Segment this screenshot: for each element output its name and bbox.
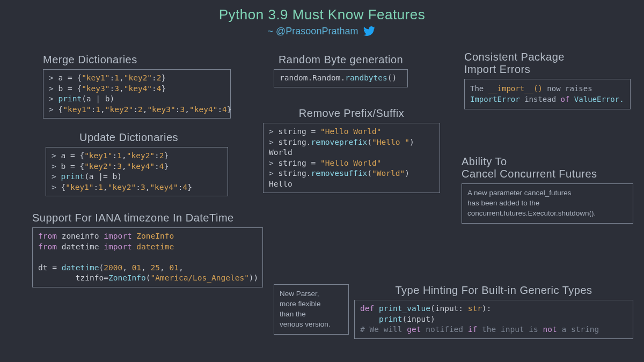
cancelcf-title: Ability ToCancel Concurrent Futures bbox=[462, 156, 633, 180]
byline: ~ @PrasoonPratham bbox=[268, 25, 377, 37]
section-remove-prefix-suffix: Remove Prefix/Suffix > string = "Hello W… bbox=[263, 107, 440, 193]
page-title: Python 3.9 Must Know Features bbox=[13, 6, 631, 23]
typehint-code: def print_value(input: str): print(input… bbox=[354, 300, 633, 339]
parser-note: New Parser, more flexible than the verio… bbox=[274, 284, 349, 335]
iana-code: from zoneinfo import ZoneInfo from datet… bbox=[32, 227, 263, 287]
iana-title: Support For IANA timezone In DateTime bbox=[32, 212, 263, 224]
typehint-title: Type Hinting For Built-in Generic Types bbox=[354, 284, 633, 297]
merge-code: > a = {"key1":1,"key2":2} > b = {"key3":… bbox=[43, 69, 231, 119]
consistent-note: The __import__() now raises ImportError … bbox=[464, 79, 631, 109]
section-new-parser: New Parser, more flexible than the verio… bbox=[274, 284, 349, 335]
section-consistent-import-errors: Consistent PackageImport Errors The __im… bbox=[464, 51, 631, 109]
update-title: Update Dictionaries bbox=[46, 131, 212, 144]
prefix-code: > string = "Hello World" > string.remove… bbox=[263, 123, 440, 193]
twitter-icon bbox=[362, 25, 376, 37]
header: Python 3.9 Must Know Features ~ @Prasoon… bbox=[13, 6, 631, 37]
section-update-dictionaries: Update Dictionaries > a = {"key1":1,"key… bbox=[46, 131, 228, 196]
cancelcf-note: A new parameter cancel_futures has been … bbox=[462, 183, 633, 224]
randbyte-code: random.Random.randbytes() bbox=[274, 69, 408, 87]
prefix-title: Remove Prefix/Suffix bbox=[263, 107, 440, 120]
section-type-hinting: Type Hinting For Built-in Generic Types … bbox=[354, 284, 633, 339]
randbyte-title: Random Byte generation bbox=[258, 54, 424, 66]
byline-text: ~ @PrasoonPratham bbox=[268, 26, 358, 37]
section-cancel-concurrent-futures: Ability ToCancel Concurrent Futures A ne… bbox=[462, 156, 633, 224]
section-iana-timezone: Support For IANA timezone In DateTime fr… bbox=[32, 212, 263, 287]
section-merge-dictionaries: Merge Dictionaries > a = {"key1":1,"key2… bbox=[43, 54, 231, 119]
consistent-title: Consistent PackageImport Errors bbox=[464, 51, 631, 76]
merge-title: Merge Dictionaries bbox=[43, 54, 231, 66]
section-random-byte: Random Byte generation random.Random.ran… bbox=[258, 54, 424, 87]
update-code: > a = {"key1":1,"key2":2} > b = {"key2":… bbox=[46, 147, 228, 196]
